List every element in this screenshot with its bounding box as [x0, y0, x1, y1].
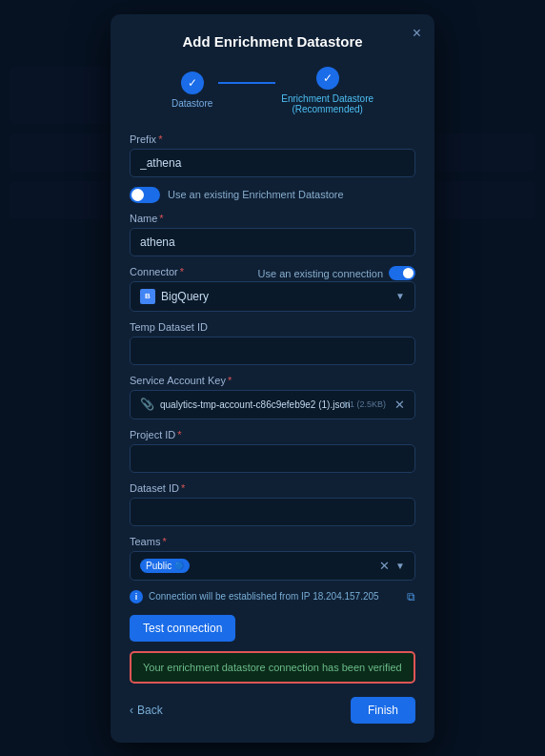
use-existing-label: Use an existing connection: [258, 268, 383, 279]
toggle-label: Use an existing Enrichment Datastore: [168, 189, 344, 200]
file-name: qualytics-tmp-account-c86c9efeb9e2 (1).j…: [160, 399, 351, 410]
team-badge-icon: 🔵: [174, 562, 184, 570]
use-existing-connection-row: Use an existing connection: [258, 266, 415, 280]
teams-dropdown-arrow[interactable]: ▼: [395, 561, 405, 571]
use-existing-toggle[interactable]: [389, 266, 415, 280]
finish-button[interactable]: Finish: [351, 697, 415, 724]
info-icon: i: [130, 590, 143, 603]
project-id-label: Project ID*: [130, 429, 415, 440]
file-clear-button[interactable]: ✕: [394, 398, 405, 412]
success-message-box: Your enrichment datastore connection has…: [130, 651, 415, 684]
dataset-id-label: Dataset ID*: [130, 482, 415, 494]
teams-controls: ✕ ▼: [379, 559, 405, 573]
name-label: Name*: [130, 213, 415, 224]
connector-dropdown-arrow: ▼: [395, 291, 405, 301]
connector-value: BigQuery: [161, 290, 209, 303]
service-account-file-field: 📎 qualytics-tmp-account-c86c9efeb9e2 (1)…: [130, 390, 415, 419]
stepper: ✓ Datastore ✓ Enrichment Datastore (Reco…: [130, 67, 415, 114]
temp-dataset-input[interactable]: [130, 337, 415, 365]
service-account-label: Service Account Key*: [130, 375, 415, 386]
temp-dataset-label: Temp Dataset ID: [130, 321, 415, 333]
info-row: i Connection will be established from IP…: [130, 590, 415, 603]
prefix-input[interactable]: [130, 149, 415, 177]
file-icon: 📎: [140, 398, 154, 411]
copy-ip-button[interactable]: ⧉: [407, 590, 415, 603]
step-datastore-label: Datastore: [172, 98, 212, 109]
toggle-row: Use an existing Enrichment Datastore: [130, 187, 415, 203]
prefix-label: Prefix*: [130, 133, 415, 145]
step-datastore-circle: ✓: [181, 72, 204, 94]
existing-enrichment-toggle[interactable]: [130, 187, 160, 203]
step-line: [218, 82, 275, 84]
step-enrichment-label: Enrichment Datastore (Recommended): [281, 93, 373, 114]
file-size: 1/1 (2.5KB): [342, 399, 386, 409]
modal-title: Add Enrichment Datastore: [130, 33, 415, 50]
modal-wrapper: × Add Enrichment Datastore ✓ Datastore ✓…: [0, 0, 545, 756]
step-enrichment-circle: ✓: [316, 67, 339, 90]
modal-footer: ‹ Back Finish: [130, 697, 415, 724]
connector-select[interactable]: B BigQuery ▼: [130, 281, 415, 312]
name-input[interactable]: [130, 228, 415, 256]
info-text: Connection will be established from IP 1…: [149, 591, 379, 602]
add-enrichment-datastore-modal: × Add Enrichment Datastore ✓ Datastore ✓…: [111, 14, 434, 743]
teams-clear-button[interactable]: ✕: [379, 559, 390, 573]
connector-row: Connector* Use an existing connection: [130, 266, 415, 281]
teams-label: Teams*: [130, 536, 415, 547]
team-badge-label: Public: [146, 561, 172, 571]
step-datastore: ✓ Datastore: [172, 72, 212, 109]
bigquery-icon: B: [140, 289, 155, 304]
dataset-id-input[interactable]: [130, 498, 415, 526]
back-label: Back: [137, 704, 163, 717]
back-button[interactable]: ‹ Back: [130, 704, 163, 717]
test-connection-button[interactable]: Test connection: [130, 615, 235, 642]
back-arrow-icon: ‹: [130, 704, 133, 717]
teams-field[interactable]: Public 🔵 ✕ ▼: [130, 551, 415, 581]
modal-close-button[interactable]: ×: [413, 26, 421, 41]
connector-select-wrapper: B BigQuery ▼: [130, 281, 415, 312]
connector-label: Connector*: [130, 266, 184, 277]
public-team-badge: Public 🔵: [140, 559, 190, 573]
step-enrichment: ✓ Enrichment Datastore (Recommended): [281, 67, 373, 114]
project-id-input[interactable]: [130, 444, 415, 473]
